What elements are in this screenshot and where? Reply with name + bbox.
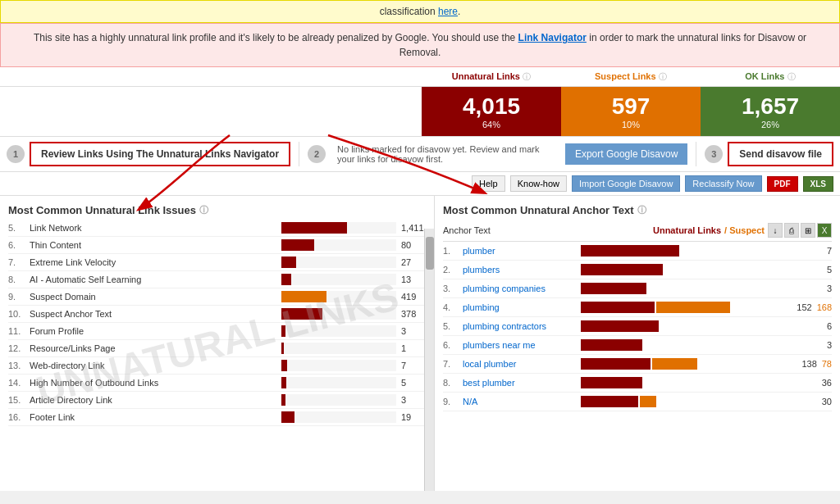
anchor-bar-orange [652,358,697,370]
anchor-col-links: Unnatural Links [653,225,721,235]
export-disavow-button[interactable]: Export Google Disavow [565,143,687,165]
anchor-text[interactable]: plumbers [463,265,578,275]
left-help-icon[interactable]: ⓘ [199,204,208,216]
anchor-val: 3 [827,340,832,350]
issue-name: Extreme Link Velocity [30,257,276,267]
issue-name: Forum Profile [30,326,276,336]
right-panel: Most Common Unnatural Anchor Text ⓘ Anch… [435,196,840,491]
issue-row: 10. Suspect Anchor Text 378 [8,306,426,323]
print-icon[interactable]: ⎙ [784,223,799,238]
issue-row: 12. Resource/Links Page 1 [8,340,426,357]
issue-bar [281,291,326,302]
issue-bar [281,360,287,371]
issue-num: 7. [8,257,25,267]
right-help-icon[interactable]: ⓘ [637,204,646,216]
issue-value: 1,411 [401,223,426,233]
step1-num: 1 [7,145,25,163]
issue-num: 9. [8,292,25,302]
issue-bar-container [281,343,396,354]
left-panel: Most Common Unnatural Link Issues ⓘ 5. L… [0,196,435,491]
issue-bar [281,239,314,251]
anchor-val: 6 [827,321,832,331]
issue-name: Link Network [30,223,276,233]
anchor-text[interactable]: plumbers near me [463,340,578,350]
scroll-indicator[interactable] [424,229,434,491]
issue-name: Article Directory Link [30,395,276,405]
anchor-row: 8. best plumber 36 [443,374,832,393]
penalty-text: This site has a highly unnatural link pr… [34,32,518,43]
issue-value: 3 [401,326,426,336]
issue-num: 13. [8,361,25,370]
top-warning-text: classification [380,6,438,17]
issue-bar [281,257,296,268]
issue-bar-container [281,257,396,268]
anchor-idx: 8. [443,378,459,388]
issue-bar [281,394,285,406]
anchor-text[interactable]: best plumber [463,378,578,388]
help-button[interactable]: Help [472,175,505,192]
issue-value: 378 [401,309,426,319]
anchor-text[interactable]: plumbing [463,302,578,312]
issue-num: 15. [8,395,25,405]
anchor-bar-red [581,358,651,370]
anchor-text[interactable]: local plumber [463,359,578,369]
issue-bar-container [281,291,396,302]
issue-name: Resource/Links Page [30,343,276,353]
anchor-val: 7 [827,246,832,256]
anchor-idx: 5. [443,321,459,331]
issue-num: 12. [8,343,25,353]
issue-value: 1 [401,343,426,353]
anchor-text[interactable]: N/A [463,397,578,406]
issue-num: 14. [8,378,25,388]
issue-row: 14. High Number of Outbound Links 5 [8,375,426,392]
issue-value: 19 [401,412,426,422]
ok-stat: 1,657 26% [701,87,840,136]
main-content: Most Common Unnatural Link Issues ⓘ 5. L… [0,196,840,491]
anchor-list: 1. plumber 7 2. plumbers 5 3. plumbing c… [443,242,832,411]
issue-bar-container [281,239,396,251]
excel-button[interactable]: XLS [803,176,833,192]
issue-bar-container [281,411,396,423]
scroll-thumb[interactable] [426,237,434,270]
download-icon[interactable]: ↓ [768,223,783,238]
pdf-button[interactable]: PDF [767,176,798,192]
left-panel-title: Most Common Unnatural Link Issues ⓘ [0,196,434,220]
anchor-bar-red [581,320,659,332]
issue-bar [281,325,285,337]
anchor-text[interactable]: plumbing companies [463,284,578,293]
anchor-row: 4. plumbing 152168 [443,298,832,317]
top-warning-bar: classification here. [0,0,840,23]
grid-icon[interactable]: ⊞ [801,223,815,238]
anchor-val: 138 [801,359,816,369]
anchor-row: 1. plumber 7 [443,242,832,261]
anchor-row: 7. local plumber 13878 [443,355,832,374]
issue-bar-container [281,377,396,388]
issue-num: 6. [8,240,25,250]
issue-row: 8. AI - Automatic Self Learning 13 [8,271,426,288]
classification-link[interactable]: here [438,6,458,17]
xls-icon[interactable]: X [817,223,832,238]
review-links-button[interactable]: Review Links Using The Unnatural Links N… [30,142,290,166]
anchor-icons: ↓ ⎙ ⊞ X [768,223,832,238]
issue-row: 7. Extreme Link Velocity 27 [8,254,426,271]
suspect-links-label: Suspect Links ⓘ [561,67,701,86]
anchor-text[interactable]: plumbing contractors [463,321,578,331]
knowhow-button[interactable]: Know-how [510,175,567,192]
reclassify-button[interactable]: Reclassify Now [685,175,761,192]
issue-bar-container [281,360,396,371]
anchor-bar-orange [640,396,656,407]
import-disavow-button[interactable]: Import Google Disavow [572,175,680,192]
issue-name: Suspect Domain [30,292,276,302]
anchor-orange-val: 78 [822,359,832,369]
action-row: 1 Review Links Using The Unnatural Links… [0,136,840,172]
anchor-bar-orange [656,302,730,313]
link-navigator-link[interactable]: Link Navigator [518,32,587,43]
anchor-bar-red [581,396,638,407]
right-panel-title: Most Common Unnatural Anchor Text ⓘ [435,196,840,220]
anchor-col-suspect: / Suspect [724,225,765,235]
anchor-text[interactable]: plumber [463,246,578,256]
issue-row: 13. Web-directory Link 7 [8,357,426,375]
anchor-val: 152 [797,302,811,312]
issue-value: 27 [401,257,426,267]
send-disavow-button[interactable]: Send disavow file [728,142,833,166]
